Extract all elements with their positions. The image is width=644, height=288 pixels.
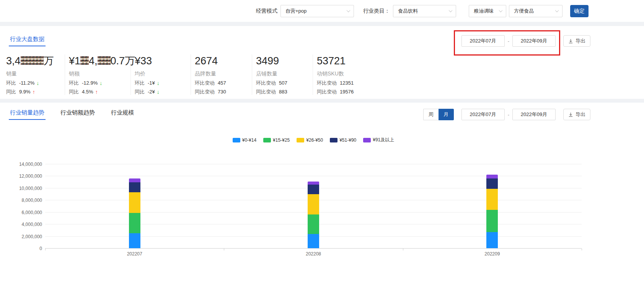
kpi-label: 动销SKU数: [317, 70, 644, 77]
industry-category-value: 食品饮料: [398, 8, 418, 15]
redacted-mosaic: [98, 56, 111, 65]
overview-export-button[interactable]: 导出: [563, 35, 590, 47]
metric-name: 环比变动: [317, 80, 337, 86]
tab-sales-volume-trend[interactable]: 行业销量趋势: [9, 109, 46, 120]
axis-tick: [582, 249, 582, 250]
chart-plot: [45, 164, 582, 249]
legend-label: ¥91及以上: [373, 137, 394, 143]
trend-export-button[interactable]: 导出: [563, 109, 590, 120]
download-icon: [568, 39, 573, 44]
kpi-label: 品牌数量: [195, 70, 252, 77]
week-toggle-button[interactable]: 周: [423, 109, 439, 120]
metric-name: 同比: [69, 88, 79, 95]
x-tick-label: 202209: [484, 251, 500, 257]
trend-date-range: 2022年07月 - 2022年09月: [461, 109, 556, 120]
kpi-label: 店铺数量: [256, 70, 313, 77]
legend-swatch: [233, 138, 240, 142]
trend-controls: 周 月 2022年07月 - 2022年09月 导出: [423, 109, 590, 120]
legend-item[interactable]: ¥51-¥90: [330, 137, 356, 143]
gridline: [45, 176, 582, 176]
kpi-value-text: 53721: [317, 55, 346, 67]
kpi-value-text: 3,4: [6, 55, 21, 67]
trend-down-arrow-icon: ↓: [99, 80, 102, 86]
bar-segment: [486, 175, 498, 178]
metric-value: -1¥: [148, 80, 155, 86]
trend-tabs-row: 行业销量趋势行业销额趋势行业规模 周 月 2022年07月 - 2022年09月…: [0, 103, 644, 120]
y-tick-label: 4,000,000: [22, 222, 42, 227]
bar-segment: [486, 178, 498, 189]
bar-segment: [486, 210, 498, 232]
trend-down-arrow-icon: ↓: [157, 89, 160, 95]
bar-segment: [129, 182, 140, 192]
y-tick-label: 0: [39, 246, 42, 251]
x-axis-line: [45, 248, 582, 249]
bar-segment: [308, 234, 319, 248]
page: 经营模式 自营+pop 行业类目： 食品饮料 粮油调味 方便食品 确定 行业大盘…: [0, 0, 644, 288]
granularity-toggle: 周 月: [423, 109, 454, 120]
redacted-mosaic: [80, 56, 89, 65]
kpi-metric-line: 同比9.9%↑: [6, 88, 65, 95]
trend-down-arrow-icon: ↓: [157, 80, 160, 86]
redacted-mosaic: [21, 56, 44, 65]
chart-y-axis: 02,000,0004,000,0006,000,0008,000,00010,…: [0, 164, 42, 249]
legend-item[interactable]: ¥91及以上: [363, 137, 394, 143]
gridline: [45, 164, 582, 164]
kpi-sales-volume: 3,4万销量环比-11.2%↓同比9.9%↑: [6, 54, 65, 95]
tab-sales-amount-trend[interactable]: 行业销额趋势: [59, 109, 96, 120]
tab-industry-scale[interactable]: 行业规模: [110, 109, 135, 120]
kpi-store-count: 3499店铺数量环比变动507同比变动883: [252, 54, 313, 95]
bar-202208: [308, 182, 319, 248]
kpi-metric-line: 环比变动507: [256, 80, 313, 86]
subcategory-value: 粮油调味: [474, 8, 494, 15]
date-range-separator: -: [508, 112, 509, 118]
kpi-row: 3,4万销量环比-11.2%↓同比9.9%↑¥14,0.7万销额环比-12.9%…: [6, 54, 644, 95]
overview-date-start[interactable]: 2022年07月: [461, 35, 505, 47]
chart-legend: ¥0-¥14¥15-¥25¥26-¥50¥51-¥90¥91及以上: [45, 137, 582, 143]
metric-value: 507: [279, 80, 287, 86]
bar-segment: [486, 189, 498, 210]
bar-segment: [129, 192, 140, 213]
kpi-value-text: 万: [44, 55, 54, 67]
kpi-value-text: ¥33: [135, 55, 152, 67]
business-mode-label: 经营模式: [256, 8, 277, 15]
legend-label: ¥0-¥14: [242, 137, 256, 143]
bar-segment: [129, 178, 140, 182]
kpi-label: 销量: [6, 70, 65, 77]
chart-x-labels: 202207202208202209: [45, 251, 582, 257]
export-label: 导出: [576, 38, 585, 44]
month-toggle-button[interactable]: 月: [439, 109, 454, 120]
x-tick-label: 202208: [306, 251, 321, 257]
industry-category-select[interactable]: 食品饮料: [393, 5, 456, 17]
overview-date-end[interactable]: 2022年09月: [512, 35, 556, 47]
metric-name: 环比变动: [256, 80, 276, 86]
trend-up-arrow-icon: ↑: [95, 89, 98, 95]
metric-value: 12351: [340, 80, 354, 86]
metric-name: 环比: [69, 80, 79, 86]
subcategory-select[interactable]: 粮油调味: [469, 5, 506, 17]
kpi-value: ¥33: [135, 54, 191, 67]
kpi-label: 均价: [135, 70, 191, 77]
leaf-category-select[interactable]: 方便食品: [509, 5, 562, 17]
kpi-label: 销额: [69, 70, 130, 77]
legend-item[interactable]: ¥26-¥50: [297, 137, 323, 143]
metric-name: 同比: [6, 88, 16, 95]
trend-date-start[interactable]: 2022年07月: [461, 109, 505, 120]
legend-item[interactable]: ¥15-¥25: [263, 137, 290, 143]
chevron-down-icon: [347, 8, 351, 12]
confirm-button[interactable]: 确定: [570, 5, 589, 17]
metric-name: 同比变动: [317, 88, 337, 95]
trend-tabs: 行业销量趋势行业销额趋势行业规模: [6, 109, 146, 120]
kpi-value: 53721: [317, 54, 644, 67]
business-mode-select[interactable]: 自营+pop: [280, 5, 354, 17]
kpi-value: 2674: [195, 54, 252, 67]
legend-label: ¥15-¥25: [273, 137, 290, 143]
metric-name: 环比变动: [195, 80, 215, 86]
bar-segment: [308, 214, 319, 234]
export-label: 导出: [576, 111, 585, 118]
trend-date-end[interactable]: 2022年09月: [512, 109, 556, 120]
bar-segment: [308, 185, 319, 194]
kpi-metric-line: 同比4.5%↑: [69, 88, 130, 95]
industry-category-label: 行业类目：: [363, 8, 390, 15]
legend-item[interactable]: ¥0-¥14: [233, 137, 256, 143]
kpi-metric-line: 环比-11.2%↓: [6, 80, 65, 86]
